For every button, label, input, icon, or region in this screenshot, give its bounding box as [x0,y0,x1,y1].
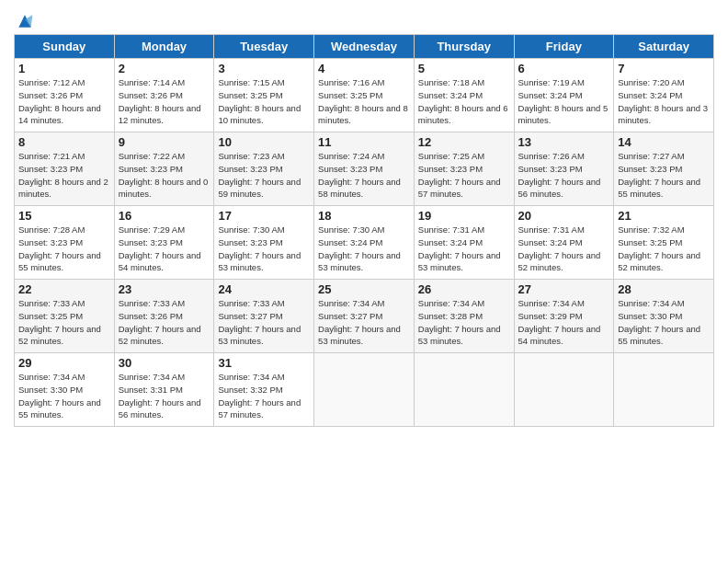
calendar-cell: 22 Sunrise: 7:33 AMSunset: 3:25 PMDaylig… [15,280,115,353]
day-number: 3 [218,62,310,75]
day-info: Sunrise: 7:34 AMSunset: 3:32 PMDaylight:… [218,371,310,421]
day-info: Sunrise: 7:27 AMSunset: 3:23 PMDaylight:… [618,150,710,201]
calendar-cell: 23 Sunrise: 7:33 AMSunset: 3:26 PMDaylig… [114,280,214,353]
day-info: Sunrise: 7:34 AMSunset: 3:30 PMDaylight:… [618,297,710,348]
weekday-header-thursday: Thursday [414,35,514,59]
day-info: Sunrise: 7:34 AMSunset: 3:28 PMDaylight:… [418,297,510,348]
calendar-cell: 15 Sunrise: 7:28 AMSunset: 3:23 PMDaylig… [15,206,115,280]
day-number: 16 [119,209,210,223]
day-number: 2 [119,62,210,75]
calendar-table: SundayMondayTuesdayWednesdayThursdayFrid… [14,34,714,427]
day-info: Sunrise: 7:23 AMSunset: 3:23 PMDaylight:… [218,150,310,201]
day-number: 15 [18,209,110,223]
day-number: 18 [318,209,410,223]
day-info: Sunrise: 7:33 AMSunset: 3:27 PMDaylight:… [218,297,310,348]
page: SundayMondayTuesdayWednesdayThursdayFrid… [0,0,728,563]
day-number: 21 [618,209,710,223]
calendar-cell: 10 Sunrise: 7:23 AMSunset: 3:23 PMDaylig… [214,132,314,206]
calendar-cell: 9 Sunrise: 7:22 AMSunset: 3:23 PMDayligh… [114,132,214,206]
day-info: Sunrise: 7:15 AMSunset: 3:25 PMDaylight:… [218,76,310,127]
calendar-cell: 30 Sunrise: 7:34 AMSunset: 3:31 PMDaylig… [114,353,214,427]
day-number: 13 [518,135,610,149]
calendar-cell: 25 Sunrise: 7:34 AMSunset: 3:27 PMDaylig… [314,280,415,353]
logo-icon [16,12,34,30]
calendar-cell: 29 Sunrise: 7:34 AMSunset: 3:30 PMDaylig… [15,353,115,427]
day-info: Sunrise: 7:18 AMSunset: 3:24 PMDaylight:… [418,76,510,127]
day-number: 22 [18,282,110,296]
week-row-2: 8 Sunrise: 7:21 AMSunset: 3:23 PMDayligh… [15,132,714,206]
day-info: Sunrise: 7:22 AMSunset: 3:23 PMDaylight:… [119,150,210,201]
day-info: Sunrise: 7:19 AMSunset: 3:24 PMDaylight:… [518,76,610,127]
week-row-5: 29 Sunrise: 7:34 AMSunset: 3:30 PMDaylig… [15,353,714,427]
day-info: Sunrise: 7:26 AMSunset: 3:23 PMDaylight:… [518,150,610,201]
calendar-cell: 20 Sunrise: 7:31 AMSunset: 3:24 PMDaylig… [514,206,614,280]
day-info: Sunrise: 7:34 AMSunset: 3:29 PMDaylight:… [518,297,610,348]
week-row-4: 22 Sunrise: 7:33 AMSunset: 3:25 PMDaylig… [15,280,714,353]
calendar-cell: 4 Sunrise: 7:16 AMSunset: 3:25 PMDayligh… [314,59,415,132]
weekday-header-monday: Monday [114,35,214,59]
day-number: 24 [218,282,310,296]
day-number: 10 [218,135,310,149]
day-number: 4 [318,62,410,75]
calendar-cell: 6 Sunrise: 7:19 AMSunset: 3:24 PMDayligh… [514,59,614,132]
day-number: 7 [618,62,710,75]
day-info: Sunrise: 7:34 AMSunset: 3:31 PMDaylight:… [119,371,210,421]
day-info: Sunrise: 7:31 AMSunset: 3:24 PMDaylight:… [518,224,610,274]
day-number: 8 [18,135,110,149]
day-info: Sunrise: 7:33 AMSunset: 3:26 PMDaylight:… [119,297,210,348]
calendar-cell: 2 Sunrise: 7:14 AMSunset: 3:26 PMDayligh… [114,59,214,132]
day-info: Sunrise: 7:20 AMSunset: 3:24 PMDaylight:… [618,76,710,127]
calendar-cell [314,353,415,427]
day-info: Sunrise: 7:30 AMSunset: 3:24 PMDaylight:… [318,224,410,274]
calendar-cell: 1 Sunrise: 7:12 AMSunset: 3:26 PMDayligh… [15,59,115,132]
day-number: 28 [618,282,710,296]
day-info: Sunrise: 7:21 AMSunset: 3:23 PMDaylight:… [18,150,110,201]
calendar-cell: 12 Sunrise: 7:25 AMSunset: 3:23 PMDaylig… [414,132,514,206]
weekday-header-sunday: Sunday [15,35,115,59]
weekday-header-friday: Friday [514,35,614,59]
calendar-cell: 28 Sunrise: 7:34 AMSunset: 3:30 PMDaylig… [614,280,714,353]
day-info: Sunrise: 7:28 AMSunset: 3:23 PMDaylight:… [18,224,110,274]
day-number: 26 [418,282,510,296]
day-info: Sunrise: 7:32 AMSunset: 3:25 PMDaylight:… [618,224,710,274]
day-number: 29 [18,356,110,370]
day-info: Sunrise: 7:34 AMSunset: 3:27 PMDaylight:… [318,297,410,348]
day-info: Sunrise: 7:25 AMSunset: 3:23 PMDaylight:… [418,150,510,201]
calendar-cell: 18 Sunrise: 7:30 AMSunset: 3:24 PMDaylig… [314,206,415,280]
weekday-header-row: SundayMondayTuesdayWednesdayThursdayFrid… [15,35,714,59]
calendar-cell: 5 Sunrise: 7:18 AMSunset: 3:24 PMDayligh… [414,59,514,132]
calendar-cell: 13 Sunrise: 7:26 AMSunset: 3:23 PMDaylig… [514,132,614,206]
day-number: 23 [119,282,210,296]
day-info: Sunrise: 7:34 AMSunset: 3:30 PMDaylight:… [18,371,110,421]
header [14,14,714,27]
day-number: 25 [318,282,410,296]
calendar-cell: 7 Sunrise: 7:20 AMSunset: 3:24 PMDayligh… [614,59,714,132]
calendar-cell: 14 Sunrise: 7:27 AMSunset: 3:23 PMDaylig… [614,132,714,206]
calendar-cell: 27 Sunrise: 7:34 AMSunset: 3:29 PMDaylig… [514,280,614,353]
day-number: 5 [418,62,510,75]
calendar-cell: 16 Sunrise: 7:29 AMSunset: 3:23 PMDaylig… [114,206,214,280]
day-info: Sunrise: 7:33 AMSunset: 3:25 PMDaylight:… [18,297,110,348]
day-number: 12 [418,135,510,149]
calendar-cell [414,353,514,427]
calendar-cell: 21 Sunrise: 7:32 AMSunset: 3:25 PMDaylig… [614,206,714,280]
calendar-cell: 31 Sunrise: 7:34 AMSunset: 3:32 PMDaylig… [214,353,314,427]
calendar-cell: 3 Sunrise: 7:15 AMSunset: 3:25 PMDayligh… [214,59,314,132]
weekday-header-tuesday: Tuesday [214,35,314,59]
day-info: Sunrise: 7:29 AMSunset: 3:23 PMDaylight:… [119,224,210,274]
day-number: 17 [218,209,310,223]
day-number: 1 [18,62,110,75]
day-info: Sunrise: 7:31 AMSunset: 3:24 PMDaylight:… [418,224,510,274]
calendar-cell: 26 Sunrise: 7:34 AMSunset: 3:28 PMDaylig… [414,280,514,353]
calendar-cell: 24 Sunrise: 7:33 AMSunset: 3:27 PMDaylig… [214,280,314,353]
day-info: Sunrise: 7:12 AMSunset: 3:26 PMDaylight:… [18,76,110,127]
day-number: 19 [418,209,510,223]
day-info: Sunrise: 7:14 AMSunset: 3:26 PMDaylight:… [119,76,210,127]
day-info: Sunrise: 7:24 AMSunset: 3:23 PMDaylight:… [318,150,410,201]
weekday-header-wednesday: Wednesday [314,35,415,59]
day-number: 31 [218,356,310,370]
day-number: 6 [518,62,610,75]
logo [14,14,34,27]
day-number: 30 [119,356,210,370]
day-number: 9 [119,135,210,149]
